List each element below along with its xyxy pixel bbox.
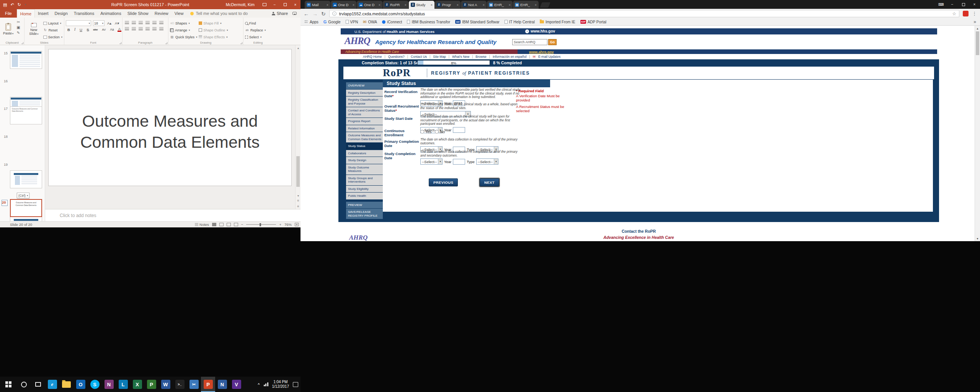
close-tab-icon[interactable]: × [431, 3, 433, 7]
close-tab-icon[interactable]: × [379, 3, 381, 7]
ahrq-site-link[interactable]: www.ahrq.gov [529, 50, 554, 54]
browser-minimize-button[interactable]: − [947, 0, 958, 9]
zoom-level[interactable]: 76% [284, 222, 292, 227]
next-button[interactable]: NEXT [480, 178, 499, 186]
increase-indent-icon[interactable] [145, 20, 150, 25]
tell-me-box[interactable]: Tell me what you want to do [190, 9, 248, 18]
smartart-icon[interactable] [158, 26, 164, 31]
url-text[interactable]: trvlapp1552.cxda.medstat.com/rrs/studyst… [339, 11, 425, 16]
section-button[interactable]: Section▾ [43, 34, 62, 40]
hhs-site-link[interactable]: ›www.hhs.gov [525, 29, 555, 33]
character-spacing-icon[interactable]: AV [101, 28, 106, 31]
bookmark-adp[interactable]: ADPADP Portal [580, 20, 606, 24]
slide-thumbnail-20-selected[interactable]: Outcome Measures and Common Data Element… [10, 199, 42, 217]
align-center-icon[interactable] [131, 26, 137, 31]
fit-slide-to-window-icon[interactable] [295, 223, 299, 226]
minimize-button[interactable]: − [270, 0, 280, 9]
close-button[interactable]: × [290, 0, 301, 9]
strikethrough-icon[interactable]: abc [92, 28, 98, 31]
numbering-icon[interactable] [131, 20, 137, 25]
zoom-out-icon[interactable]: − [241, 222, 243, 227]
quick-styles-button[interactable]: ▨Quick Styles▾ [170, 34, 197, 40]
sidebar-item-contact-conditions[interactable]: Contact and Conditions of Access [346, 107, 383, 118]
tray-overflow-icon[interactable]: ^ [258, 382, 260, 386]
taskbar-clock[interactable]: 1:04 PM 1/12/2017 [272, 380, 289, 389]
taskbar-cmd[interactable]: >_ [173, 377, 187, 392]
shrink-font-icon[interactable]: A▾ [114, 21, 120, 25]
replace-button[interactable]: abReplace▾ [245, 27, 266, 33]
format-painter-icon[interactable]: ✎ [16, 31, 20, 35]
comments-icon[interactable] [292, 12, 297, 15]
zoom-slider-thumb[interactable] [260, 223, 261, 226]
browser-tab-onedrive-2[interactable]: ☁One D× [357, 1, 382, 9]
close-tab-icon[interactable]: × [327, 3, 328, 7]
back-icon[interactable]: ← [304, 11, 309, 16]
continuous-enrollment-no-radio[interactable] [435, 130, 439, 134]
shape-effects-button[interactable]: Shape Effects▾ [199, 34, 228, 40]
taskbar-skype[interactable]: S [88, 377, 102, 392]
search-go-button[interactable]: Go [548, 39, 557, 45]
action-center-icon[interactable] [293, 382, 298, 387]
notes-pane[interactable]: Click to add notes [45, 209, 301, 221]
bookmark-ibm-standard[interactable]: wdIBM Standard Softwar [455, 20, 500, 24]
change-case-icon[interactable]: Aa [109, 28, 114, 31]
tab-slide-show[interactable]: Slide Show [124, 9, 152, 18]
clipboard-dialog-launcher-icon[interactable] [21, 42, 23, 44]
paste-options-button[interactable]: (Ctrl)▾ [17, 193, 29, 198]
taskbar-snipping-tool[interactable]: ✂ [187, 377, 201, 392]
ribbon-display-options-icon[interactable] [259, 0, 270, 9]
extension-icon[interactable] [963, 11, 969, 16]
nav-espanol[interactable]: Información en español [493, 55, 526, 59]
touch-keyboard-icon[interactable]: ⌨ [936, 0, 947, 9]
shape-outline-button[interactable]: Shape Outline▾ [199, 27, 228, 33]
browser-tab-not-a[interactable]: RNot A× [461, 1, 487, 9]
taskbar-powerpoint-active[interactable]: P [201, 377, 215, 392]
bookmark-ibm-business[interactable]: IBM Business Transfor [407, 20, 450, 24]
layout-button[interactable]: Layout▾ [43, 20, 62, 26]
share-button[interactable]: Share [272, 11, 288, 16]
slideshow-view-icon[interactable] [234, 223, 238, 226]
normal-view-icon[interactable] [212, 223, 216, 226]
taskbar-outlook[interactable]: O [74, 377, 88, 392]
paste-button[interactable]: Paste▾ [2, 19, 15, 40]
bookmark-it-help[interactable]: IT Help Central [505, 20, 535, 24]
zoom-slider[interactable] [246, 224, 276, 225]
taskbar-excel[interactable]: X [130, 377, 144, 392]
nav-email-updates[interactable]: E-mail Updates [538, 55, 560, 59]
bookmarks-overflow-icon[interactable]: » [973, 19, 976, 24]
text-direction-icon[interactable] [152, 26, 157, 31]
arrange-button[interactable]: Arrange▾ [170, 27, 197, 33]
font-color-icon[interactable]: A [118, 27, 121, 32]
sidebar-item-study-groups[interactable]: Study Groups and Interventions [346, 175, 383, 185]
scroll-up-icon[interactable]: ▲ [975, 26, 980, 31]
zoom-in-icon[interactable]: + [279, 222, 281, 227]
drawing-dialog-launcher-icon[interactable] [240, 42, 242, 44]
forward-icon[interactable]: → [312, 11, 318, 16]
slide-canvas[interactable]: Outcome Measures and Common Data Element… [48, 49, 292, 186]
address-bar[interactable]: i trvlapp1552.cxda.medstat.com/rrs/study… [329, 10, 959, 17]
taskbar-file-explorer[interactable] [59, 377, 74, 392]
sidebar-item-study-status-active[interactable]: Study Status [346, 143, 383, 150]
cut-icon[interactable]: ✂ [16, 20, 20, 24]
bookmark-owa[interactable]: ✉OWA [363, 20, 377, 24]
site-info-icon[interactable]: i [332, 11, 336, 16]
nav-questions[interactable]: Questions? [388, 55, 405, 59]
sidebar-item-collaborators[interactable]: Collaborators [346, 150, 383, 157]
taskbar-internet-explorer[interactable]: e [45, 377, 59, 392]
taskbar-onenote[interactable]: N [102, 377, 116, 392]
sidebar-item-public-health[interactable]: Public Health [346, 193, 383, 199]
notes-placeholder[interactable]: Click to add notes [60, 213, 96, 218]
scrollbar-thumb[interactable] [976, 31, 979, 55]
sidebar-item-save-release[interactable]: SAVE/RELEASE REGISTRY PROFILE [346, 209, 383, 219]
bookmark-imported-ie[interactable]: Imported From IE [540, 20, 575, 24]
font-name-combo[interactable]: ▾ [66, 20, 91, 26]
tab-transitions[interactable]: Transitions [71, 9, 97, 18]
study-completion-year-input[interactable] [453, 159, 465, 165]
scroll-down-icon[interactable]: ▼ [975, 236, 980, 241]
reset-button[interactable]: ↻Reset [43, 27, 62, 33]
scrollbar-thumb[interactable] [296, 156, 300, 187]
tab-animations[interactable]: Animations [97, 9, 124, 18]
sidebar-item-registry-description[interactable]: Registry Description [346, 90, 383, 96]
bold-icon[interactable]: B [67, 28, 71, 32]
shape-fill-button[interactable]: Shape Fill▾ [199, 20, 228, 26]
